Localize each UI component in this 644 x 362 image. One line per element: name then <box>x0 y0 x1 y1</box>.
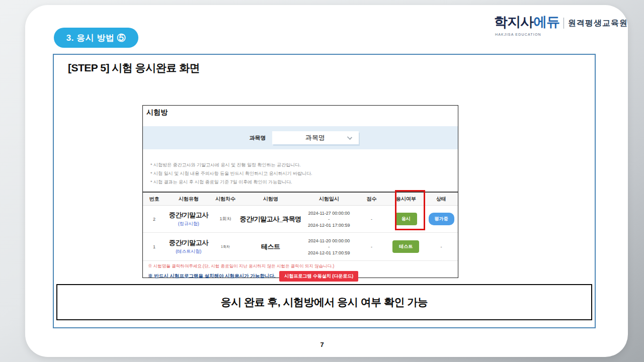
notice-line: * 시험 결과는 응시 후 시험 종료일 기준 7일 이후에 확인이 가능합니다… <box>150 178 312 187</box>
logo-brand-accent: 에듀 <box>533 15 559 30</box>
subject-dropdown[interactable]: 과목명 <box>272 131 359 144</box>
exam-date-separator: - <box>302 216 356 222</box>
step-title: [STEP 5] 시험 응시완료 화면 <box>68 61 200 75</box>
notice-line: * 시험 일시 및 시험 내용 주의사항 등을 반드시 확인하시고 응시하시기 … <box>150 169 312 178</box>
header-score: 점수 <box>356 196 387 203</box>
exam-type-sub: (정규시험) <box>166 221 212 227</box>
row-take-status: 테스트 <box>387 240 425 253</box>
program-install-note-line: ※ 반드시 시험프로그램을 설치해야 시험응시가 가능합니다. 시험프로그램 수… <box>148 271 455 282</box>
chevron-down-icon <box>347 135 352 140</box>
row-status: 평가중 <box>425 213 458 225</box>
subject-dropdown-value: 과목명 <box>305 133 325 142</box>
exam-type-main: 중간/기말고사 <box>166 211 212 220</box>
subject-filter-label: 과목명 <box>250 134 266 142</box>
exam-room-footer-notes: ※ 시험명을 클릭하여주세요.(단, 시험 종료일이 지난 응시하지 않은 시험… <box>148 262 455 282</box>
header-exam-type: 시험유형 <box>166 196 212 203</box>
header-exam-date: 시험일시 <box>302 196 356 203</box>
section-badge: 3. 응시 방법 ⑤ <box>54 28 138 48</box>
row-exam-date: 2024-11-27 00:00:00 - 2024-12-01 17:00:5… <box>302 210 356 228</box>
page-number: 7 <box>0 341 644 348</box>
row-exam-date: 2024-11-20 00:00:00 - 2024-12-01 17:00:5… <box>302 238 356 256</box>
logo-subtext: HAKJISA EDUCATION <box>495 33 541 36</box>
row-no: 2 <box>143 217 166 222</box>
program-install-note: ※ 반드시 시험프로그램을 설치해야 시험응시가 가능합니다. <box>148 273 275 280</box>
caption-box: 응시 완료 후, 시험방에서 응시 여부 확인 가능 <box>56 284 592 320</box>
logo-korean-text: 학지사에듀 <box>494 13 559 31</box>
row-exam-type: 중간/기말고사 (정규시험) <box>166 211 212 227</box>
exam-room-title: 시험방 <box>146 108 168 117</box>
click-exam-name-note: ※ 시험명을 클릭하여주세요.(단, 시험 종료일이 지난 응시하지 않은 시험… <box>148 262 455 269</box>
exam-date-start: 2024-11-27 00:00:00 <box>302 210 356 216</box>
slide: 학지사에듀 HAKJISA EDUCATION 원격평생교육원 3. 응시 방법… <box>0 0 644 362</box>
notice-line: * 시험방은 중간고사와 기말고사에 응시 및 진행 일정 확인하는 공간입니다… <box>150 161 312 169</box>
logo-divider <box>564 18 564 29</box>
row-no: 1 <box>143 244 166 249</box>
exam-type-main: 중간/기말고사 <box>166 238 212 247</box>
header-exam-name: 시험명 <box>239 196 302 203</box>
row-exam-round: 1회차 <box>212 216 239 222</box>
header-no: 번호 <box>143 196 166 203</box>
grading-status-button[interactable]: 평가중 <box>429 213 454 225</box>
logo-org-name: 원격평생교육원 <box>568 18 628 32</box>
row-status: - <box>425 244 458 249</box>
hakjisa-logo: 학지사에듀 HAKJISA EDUCATION 원격평생교육원 <box>494 13 628 36</box>
table-row: 1 중간/기말고사 (테스트시험) 1회차 테스트 2024-11-20 00:… <box>143 233 458 261</box>
row-exam-name-link[interactable]: 테스트 <box>239 242 302 251</box>
program-manual-install-button[interactable]: 시험프로그램 수동설치 (다운로드) <box>279 271 358 282</box>
logo-wordmark: 학지사에듀 HAKJISA EDUCATION <box>494 13 559 36</box>
test-exam-button[interactable]: 테스트 <box>392 240 419 253</box>
exam-date-separator: - <box>302 244 356 250</box>
logo-brand-main: 학지사 <box>494 15 533 30</box>
exam-date-start: 2024-11-20 00:00:00 <box>302 238 356 244</box>
row-exam-round: 1회차 <box>212 244 239 249</box>
exam-room-notices: * 시험방은 중간고사와 기말고사에 응시 및 진행 일정 확인하는 공간입니다… <box>150 161 312 187</box>
exam-date-end: 2024-12-01 17:00:59 <box>302 250 356 256</box>
row-score: - <box>356 244 387 249</box>
exam-type-sub: (테스트시험) <box>166 248 212 255</box>
row-exam-name-link[interactable]: 중간/기말고사_과목명 <box>239 215 302 224</box>
header-exam-round: 시험차수 <box>212 196 239 203</box>
red-highlight-box <box>395 190 425 230</box>
header-status: 상태 <box>425 196 458 203</box>
exam-date-end: 2024-12-01 17:00:59 <box>302 222 356 228</box>
subject-filter-bar: 과목명 과목명 <box>143 126 458 149</box>
caption-text: 응시 완료 후, 시험방에서 응시 여부 확인 가능 <box>221 295 428 309</box>
row-exam-type: 중간/기말고사 (테스트시험) <box>166 238 212 255</box>
row-score: - <box>356 217 387 222</box>
